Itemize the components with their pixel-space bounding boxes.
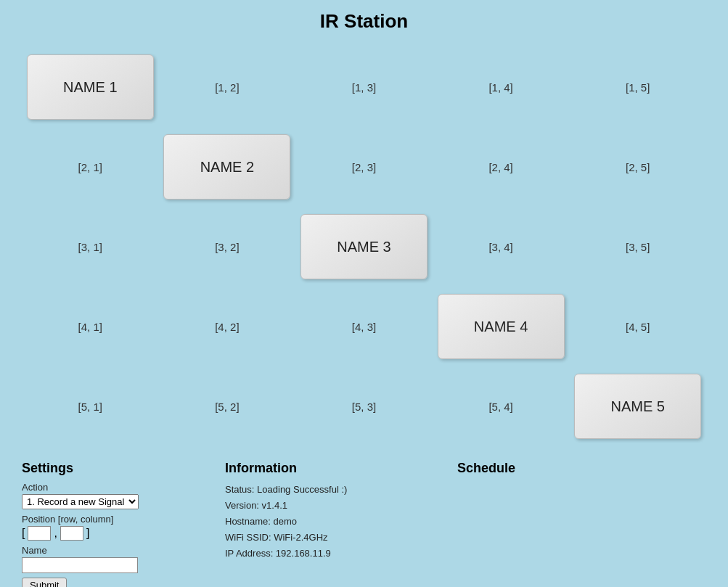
grid-cell-4-3[interactable]: [4, 3] (295, 287, 433, 366)
grid-cell-2-4[interactable]: [2, 4] (433, 127, 570, 207)
grid-cell-3-4[interactable]: [3, 4] (433, 207, 570, 287)
grid-cell-1-5[interactable]: [1, 5] (569, 47, 706, 127)
submit-button[interactable]: Submit (22, 578, 67, 587)
grid-cell-1-3[interactable]: [1, 3] (295, 47, 433, 127)
grid-cell-5-5[interactable]: NAME 5 (569, 366, 706, 446)
grid-cell-4-5[interactable]: [4, 5] (569, 287, 706, 366)
action-label: Action (22, 482, 225, 493)
grid-cell-4-4[interactable]: NAME 4 (433, 287, 570, 366)
settings-section: Settings Action 1. Record a new Signal P… (22, 461, 225, 587)
schedule-section: Schedule (457, 461, 706, 587)
info-status: Status: Loading Successful :) (225, 482, 457, 498)
grid-cell-5-4[interactable]: [5, 4] (433, 366, 570, 446)
grid-cell-2-2[interactable]: NAME 2 (159, 127, 296, 207)
position-comma: , (54, 527, 57, 540)
settings-title: Settings (22, 461, 225, 476)
grid-cell-3-1[interactable]: [3, 1] (22, 207, 159, 287)
position-row-input[interactable] (28, 526, 51, 541)
grid-cell-1-1[interactable]: NAME 1 (22, 47, 159, 127)
grid-cell-3-3[interactable]: NAME 3 (295, 207, 433, 287)
info-hostname: Hostname: demo (225, 514, 457, 530)
name-input[interactable] (22, 557, 138, 573)
named-button-3-3[interactable]: NAME 3 (300, 214, 428, 279)
grid-cell-5-3[interactable]: [5, 3] (295, 366, 433, 446)
grid-cell-3-2[interactable]: [3, 2] (159, 207, 296, 287)
position-label: Position [row, column] (22, 514, 225, 525)
schedule-title: Schedule (457, 461, 706, 476)
grid-cell-4-2[interactable]: [4, 2] (159, 287, 296, 366)
named-button-5-5[interactable]: NAME 5 (574, 374, 701, 439)
position-col-input[interactable] (60, 526, 83, 541)
info-wifi-ssid: WiFi SSID: WiFi-2.4GHz (225, 530, 457, 546)
info-version: Version: v1.4.1 (225, 498, 457, 514)
info-ip-address: IP Address: 192.168.11.9 (225, 546, 457, 562)
named-button-4-4[interactable]: NAME 4 (438, 294, 565, 359)
name-label: Name (22, 545, 225, 556)
action-select[interactable]: 1. Record a new Signal (22, 494, 139, 509)
information-title: Information (225, 461, 457, 476)
grid-cell-4-1[interactable]: [4, 1] (22, 287, 159, 366)
named-button-2-2[interactable]: NAME 2 (163, 134, 290, 200)
grid-cell-1-4[interactable]: [1, 4] (433, 47, 570, 127)
grid-cell-2-1[interactable]: [2, 1] (22, 127, 159, 207)
position-bracket-open: [ (22, 527, 25, 540)
bottom-panels: Settings Action 1. Record a new Signal P… (0, 453, 728, 587)
named-button-1-1[interactable]: NAME 1 (27, 54, 154, 120)
position-bracket-close: ] (86, 527, 89, 540)
settings-form: Action 1. Record a new Signal Position [… (22, 482, 225, 587)
information-content: Status: Loading Successful :) Version: v… (225, 482, 457, 562)
grid-cell-5-2[interactable]: [5, 2] (159, 366, 296, 446)
page-title: IR Station (0, 0, 728, 40)
grid-cell-3-5[interactable]: [3, 5] (569, 207, 706, 287)
grid-cell-5-1[interactable]: [5, 1] (22, 366, 159, 446)
information-section: Information Status: Loading Successful :… (225, 461, 457, 587)
grid-cell-1-2[interactable]: [1, 2] (159, 47, 296, 127)
button-grid: NAME 1[1, 2][1, 3][1, 4][1, 5][2, 1]NAME… (0, 40, 728, 453)
position-row: [ , ] (22, 526, 225, 541)
grid-cell-2-5[interactable]: [2, 5] (569, 127, 706, 207)
grid-cell-2-3[interactable]: [2, 3] (295, 127, 433, 207)
